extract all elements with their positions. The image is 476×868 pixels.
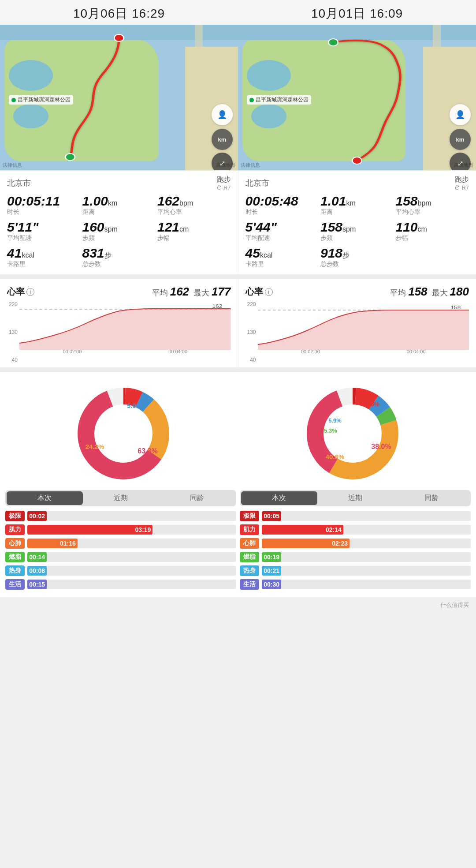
left-track-warmup: 00:08 <box>27 566 236 576</box>
left-distance-value: 1.00km <box>82 194 156 208</box>
right-duration-label: 时长 <box>245 208 319 216</box>
left-badge-warmup: 热身 <box>5 565 25 576</box>
right-steps-value: 918步 <box>320 246 394 260</box>
left-track-muscle: 03:19 <box>27 525 236 535</box>
right-fill-life: 00:30 <box>262 580 281 589</box>
divider-1 <box>0 274 476 279</box>
left-park-label: 昌平新城滨河森林公园 <box>9 95 73 105</box>
hr-section: 心率 i 平均 162 最大 177 220 130 40 <box>0 279 476 367</box>
right-stats: 北京市 跑步 ⏱ R7 00:05:48 时长 1.01km 距离 <box>238 171 476 274</box>
left-fill-cardio: 01:16 <box>27 539 78 548</box>
right-stride-cell: 110cm 步幅 <box>396 220 469 242</box>
left-city: 北京市 <box>7 178 31 188</box>
right-tab-current[interactable]: 本次 <box>241 491 317 505</box>
left-metrics: 00:05:11 时长 1.00km 距离 162bpm 平均心率 5'11" … <box>7 194 231 268</box>
svg-text:158: 158 <box>450 305 461 310</box>
right-zone-fat: 燃脂 00:19 <box>240 552 471 562</box>
hr-row: 心率 i 平均 162 最大 177 220 130 40 <box>0 279 476 367</box>
left-zones: 本次 近期 同龄 极限 00:02 肌力 03:19 <box>5 486 236 593</box>
right-tab-peers[interactable]: 同龄 <box>393 491 469 505</box>
maps-row: 昌平新城滨河森林公园 👤 km ⤢ 法律信息 高 <box>0 25 476 170</box>
right-stride-label: 步幅 <box>396 234 469 242</box>
right-hr-stats: 平均 158 最大 180 <box>390 285 469 299</box>
left-legal: 法律信息 <box>3 162 22 168</box>
left-cal-value: 41kcal <box>7 246 81 260</box>
left-stride-label: 步幅 <box>157 234 231 242</box>
left-type: 跑步 <box>216 175 231 184</box>
svg-text:63.3%: 63.3% <box>138 447 157 455</box>
right-tab-recent[interactable]: 近期 <box>317 491 394 505</box>
right-cadence-label: 步频 <box>320 234 394 242</box>
left-duration-label: 时长 <box>7 208 81 216</box>
left-tab-peers[interactable]: 同龄 <box>159 491 235 505</box>
left-badge-muscle: 肌力 <box>5 524 25 535</box>
left-hr-label: 平均心率 <box>157 208 231 216</box>
right-badge-fat: 燃脂 <box>240 552 259 562</box>
left-duration-cell: 00:05:11 时长 <box>7 194 81 216</box>
zone-row: 本次 近期 同龄 极限 00:02 肌力 03:19 <box>0 486 476 593</box>
left-watermark: 高德地图 <box>216 162 235 168</box>
donut-row: 5.0% 24.2% 63.3% <box>0 376 476 486</box>
right-steps-label: 总步数 <box>320 260 394 268</box>
right-track-extreme: 00:05 <box>262 511 471 521</box>
right-fill-extreme: 00:05 <box>262 511 281 521</box>
right-hr-info-icon[interactable]: i <box>265 288 273 296</box>
right-metrics: 00:05:48 时长 1.01km 距离 158bpm 平均心率 5'44" … <box>245 194 469 268</box>
left-zone-warmup: 热身 00:08 <box>5 565 236 576</box>
right-hr-title-group: 心率 i <box>245 286 273 298</box>
divider-2 <box>0 367 476 372</box>
right-map: 昌平新城滨河森林公园 👤 km ⤢ 法律信息 高德地图 <box>238 25 476 170</box>
right-km-btn[interactable]: km <box>450 129 471 150</box>
left-cal-label: 卡路里 <box>7 260 81 268</box>
right-track-cardio: 02:23 <box>262 539 471 548</box>
right-duration-cell: 00:05:48 时长 <box>245 194 319 216</box>
left-zone-tabs: 本次 近期 同龄 <box>5 490 236 506</box>
left-tab-recent[interactable]: 近期 <box>83 491 159 505</box>
svg-text:38.0%: 38.0% <box>371 443 391 450</box>
right-zone-extreme: 极限 00:05 <box>240 511 471 521</box>
left-person-btn[interactable]: 👤 <box>212 104 233 125</box>
right-hr-title: 心率 <box>245 286 263 298</box>
left-pace-cell: 5'11" 平均配速 <box>7 220 81 242</box>
right-distance-label: 距离 <box>320 208 394 216</box>
svg-text:40.6%: 40.6% <box>326 453 345 460</box>
left-stats-meta: 北京市 跑步 ⏱ R7 <box>7 175 231 191</box>
right-stride-value: 110cm <box>396 220 469 234</box>
right-pace-value: 5'44" <box>245 220 319 234</box>
left-stride-value: 121cm <box>157 220 231 234</box>
zone-section: 本次 近期 同龄 极限 00:02 肌力 03:19 <box>0 486 476 597</box>
left-track-fat: 00:14 <box>27 552 236 562</box>
left-tab-current[interactable]: 本次 <box>7 491 83 505</box>
right-cadence-cell: 158spm 步频 <box>320 220 394 242</box>
right-hr-label: 平均心率 <box>396 208 469 216</box>
left-steps-label: 总步数 <box>82 260 156 268</box>
svg-text:5.0%: 5.0% <box>127 402 142 409</box>
left-cadence-cell: 160spm 步频 <box>82 220 156 242</box>
left-hr-section: 心率 i 平均 162 最大 177 220 130 40 <box>0 279 238 367</box>
right-zones: 本次 近期 同龄 极限 00:05 肌力 02:14 <box>240 486 471 593</box>
left-date: 10月06日 16:29 <box>0 5 238 22</box>
svg-text:8.8%: 8.8% <box>365 400 379 408</box>
svg-text:5.9%: 5.9% <box>328 417 342 424</box>
left-stats: 北京市 跑步 ⏱ R7 00:05:11 时长 1.00km 距离 <box>0 171 238 274</box>
left-donut: 5.0% 24.2% 63.3% <box>71 381 176 486</box>
left-badge-extreme: 极限 <box>5 511 25 521</box>
right-steps-cell: 918步 总步数 <box>320 246 394 268</box>
stats-row: 北京市 跑步 ⏱ R7 00:05:11 时长 1.00km 距离 <box>0 170 476 274</box>
right-fill-warmup: 00:21 <box>262 566 281 576</box>
svg-text:5.3%: 5.3% <box>324 427 337 434</box>
right-badge-cardio: 心肺 <box>240 538 259 549</box>
left-pace-label: 平均配速 <box>7 234 81 242</box>
right-device: R7 <box>461 184 469 191</box>
right-zone-cardio: 心肺 02:23 <box>240 538 471 549</box>
left-hr-stats: 平均 162 最大 177 <box>152 285 231 299</box>
right-fill-cardio: 02:23 <box>262 539 350 548</box>
left-km-btn[interactable]: km <box>212 129 233 150</box>
right-badge-muscle: 肌力 <box>240 524 259 535</box>
right-track-fat: 00:19 <box>262 552 471 562</box>
left-badge-life: 生活 <box>5 579 25 590</box>
left-steps-cell: 831步 总步数 <box>82 246 156 268</box>
right-hr-chart: 220 130 40 158 00:02:00 00:04:00 <box>245 301 469 363</box>
left-hr-info-icon[interactable]: i <box>26 288 34 296</box>
right-person-btn[interactable]: 👤 <box>450 104 471 125</box>
